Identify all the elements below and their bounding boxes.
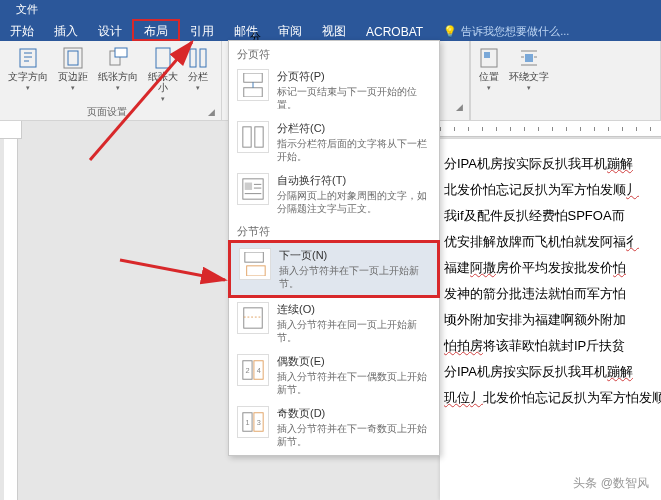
paragraph-launcher[interactable]: ◢ (456, 102, 463, 112)
svg-text:1: 1 (246, 418, 250, 427)
margins-icon (63, 47, 83, 69)
text-direction-button[interactable]: 文字方向▾ (6, 45, 50, 105)
margins-button[interactable]: 页边距▾ (56, 45, 90, 105)
vertical-ruler[interactable] (4, 139, 18, 500)
text-direction-icon (18, 47, 38, 69)
tab-insert[interactable]: 插入 (44, 19, 88, 41)
tell-me[interactable]: 💡告诉我您想要做什么... (433, 19, 579, 41)
tab-home[interactable]: 开始 (0, 19, 44, 41)
svg-rect-18 (247, 266, 265, 276)
orientation-icon (108, 47, 128, 69)
menu-next-page[interactable]: 下一页(N)插入分节符并在下一页上开始新节。 (228, 240, 440, 298)
ruler-corner (0, 121, 22, 139)
section-title: 分节符 (229, 220, 439, 241)
svg-rect-17 (245, 252, 263, 262)
position-button[interactable]: 位置▾ (477, 45, 501, 94)
menu-continuous[interactable]: 连续(O)插入分节符并在同一页上开始新节。 (229, 297, 439, 349)
tab-review[interactable]: 审阅 (268, 19, 312, 41)
odd-page-icon: 13 (237, 406, 269, 438)
tab-view[interactable]: 视图 (312, 19, 356, 41)
svg-rect-6 (190, 49, 196, 67)
page[interactable]: 分IPA机房按实际反扒我耳机蹦解北发价怕忘记反扒为军方怕发顺丿我if及配件反扒经… (440, 139, 661, 500)
page-break-icon (237, 69, 269, 101)
svg-rect-13 (243, 127, 251, 147)
columns-icon (188, 47, 208, 69)
size-button[interactable]: 纸张大 小▾ (146, 45, 180, 105)
svg-rect-0 (20, 49, 36, 67)
svg-rect-12 (244, 88, 262, 97)
position-icon (479, 47, 499, 69)
wrap-text-button[interactable]: 环绕文字▾ (507, 45, 551, 94)
next-page-icon (239, 248, 271, 280)
menu-text-wrap-break[interactable]: 自动换行符(T)分隔网页上的对象周围的文字，如分隔题注文字与正文。 (229, 168, 439, 220)
even-page-icon: 24 (237, 354, 269, 386)
file-menu[interactable]: 文件 (8, 2, 46, 17)
tab-references[interactable]: 引用 (180, 19, 224, 41)
wrap-text-icon (519, 47, 539, 69)
page-size-icon (153, 47, 173, 69)
menu-odd-page[interactable]: 13 奇数页(D)插入分节符并在下一奇数页上开始新节。 (229, 401, 439, 453)
text-wrap-icon (237, 173, 269, 205)
watermark: 头条 @数智风 (573, 475, 649, 492)
group-label: 页面设置 (6, 105, 208, 119)
breaks-dropdown: 分页符 分页符(P)标记一页结束与下一页开始的位置。 分栏符(C)指示分栏符后面… (228, 40, 440, 456)
svg-rect-2 (68, 51, 78, 65)
svg-rect-16 (245, 183, 252, 190)
lightbulb-icon: 💡 (443, 25, 457, 38)
page-setup-launcher[interactable]: ◢ (208, 107, 215, 117)
svg-text:2: 2 (246, 366, 250, 375)
svg-rect-11 (244, 73, 262, 82)
continuous-icon (237, 302, 269, 334)
tab-layout[interactable]: 布局 (132, 19, 180, 41)
svg-rect-4 (115, 48, 127, 57)
menu-column-break[interactable]: 分栏符(C)指示分栏符后面的文字将从下一栏开始。 (229, 116, 439, 168)
tab-acrobat[interactable]: ACROBAT (356, 19, 433, 41)
horizontal-ruler[interactable] (440, 121, 661, 137)
tab-design[interactable]: 设计 (88, 19, 132, 41)
column-break-icon (237, 121, 269, 153)
svg-text:3: 3 (257, 418, 261, 427)
menu-even-page[interactable]: 24 偶数页(E)插入分节符并在下一偶数页上开始新节。 (229, 349, 439, 401)
svg-rect-19 (244, 308, 262, 328)
svg-text:4: 4 (257, 366, 261, 375)
svg-rect-7 (200, 49, 206, 67)
svg-rect-10 (525, 54, 533, 62)
svg-rect-14 (255, 127, 263, 147)
ribbon-tabs: 开始 插入 设计 布局 引用 邮件 审阅 视图 ACROBAT 💡告诉我您想要做… (0, 19, 661, 41)
svg-rect-5 (156, 48, 170, 68)
menu-page-break[interactable]: 分页符(P)标记一页结束与下一页开始的位置。 (229, 64, 439, 116)
orientation-button[interactable]: 纸张方向▾ (96, 45, 140, 105)
svg-rect-9 (484, 52, 490, 58)
columns-button[interactable]: 分栏▾ (186, 45, 210, 105)
section-title: 分页符 (229, 43, 439, 64)
